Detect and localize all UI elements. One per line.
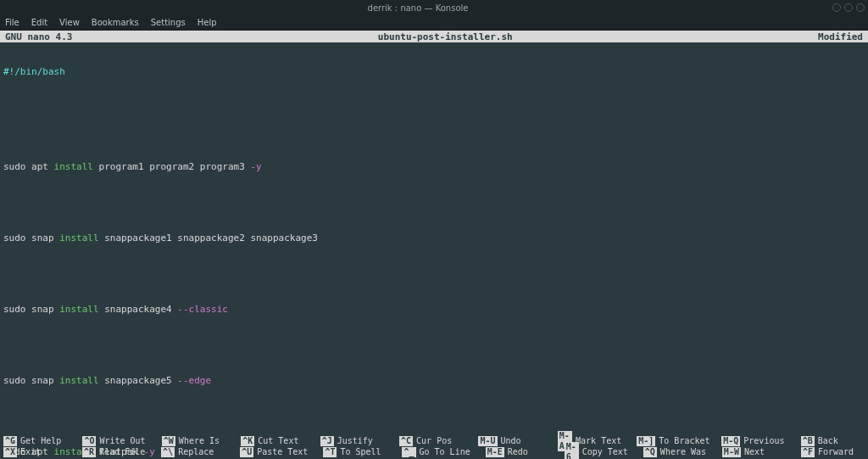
shortcut-write-out: ^OWrite Out — [82, 436, 146, 446]
code-line: sudo snap install snappackage5 --edge — [3, 375, 865, 387]
menu-edit[interactable]: Edit — [31, 18, 47, 27]
menu-view[interactable]: View — [59, 18, 80, 27]
menubar: File Edit View Bookmarks Settings Help — [0, 15, 868, 31]
shortcut-copy-text: M-6Copy Text — [565, 442, 628, 460]
code-line: sudo snap install snappackage4 --classic — [3, 304, 865, 316]
window-titlebar: derrik : nano — Konsole — [0, 0, 868, 15]
shortcut-replace: ^\Replace — [161, 447, 225, 457]
shortcut-row-1: ^GGet Help ^OWrite Out ^WWhere Is ^KCut … — [3, 435, 865, 446]
nano-header: GNU nano 4.3 ubuntu-post-installer.sh Mo… — [0, 31, 868, 42]
close-icon[interactable] — [856, 3, 865, 12]
nano-status: Modified — [818, 31, 863, 42]
shortcut-row-2: ^XExit ^RRead File ^\Replace ^UPaste Tex… — [3, 446, 865, 457]
shortcut-previous: M-QPrevious — [721, 436, 785, 446]
shortcut-to-spell: ^TTo Spell — [323, 447, 387, 457]
shortcut-where-was: ^QWhere Was — [643, 447, 707, 457]
shortcut-next: M-WNext — [722, 447, 786, 457]
shortcut-cur-pos: ^CCur Pos — [399, 436, 463, 446]
shortcut-to-bracket: M-]To Bracket — [637, 436, 706, 446]
window-buttons — [832, 3, 865, 12]
shortcut-read-file: ^RRead File — [82, 447, 146, 457]
shortcut-back: ^BBack — [801, 436, 865, 446]
editor-area[interactable]: #!/bin/bash sudo apt install program1 pr… — [0, 42, 868, 459]
code-line: sudo snap install snappackage1 snappacka… — [3, 232, 865, 244]
shortcut-paste-text: ^UPaste Text — [240, 447, 308, 457]
shortcut-redo: M-ERedo — [486, 447, 549, 457]
menu-help[interactable]: Help — [198, 18, 217, 27]
menu-file[interactable]: File — [5, 18, 19, 27]
nano-shortcuts: ^GGet Help ^OWrite Out ^WWhere Is ^KCut … — [0, 435, 868, 459]
menu-settings[interactable]: Settings — [151, 18, 186, 27]
shortcut-cut-text: ^KCut Text — [241, 436, 304, 446]
maximize-icon[interactable] — [844, 3, 853, 12]
menu-bookmarks[interactable]: Bookmarks — [92, 18, 139, 27]
nano-version: GNU nano 4.3 — [5, 31, 72, 42]
window-title: derrik : nano — Konsole — [3, 3, 832, 13]
shortcut-where-is: ^WWhere Is — [162, 436, 225, 446]
shortcut-go-to-line: ^_Go To Line — [402, 447, 470, 457]
shortcut-undo: M-UUndo — [478, 436, 542, 446]
shebang-line: #!/bin/bash — [3, 66, 65, 77]
code-line: sudo apt install program1 program2 progr… — [3, 161, 865, 173]
nano-filename: ubuntu-post-installer.sh — [72, 31, 818, 42]
minimize-icon[interactable] — [832, 3, 841, 12]
shortcut-justify: ^JJustify — [320, 436, 384, 446]
shortcut-get-help: ^GGet Help — [3, 436, 67, 446]
shortcut-exit: ^XExit — [3, 447, 67, 457]
shortcut-forward: ^FForward — [801, 447, 865, 457]
